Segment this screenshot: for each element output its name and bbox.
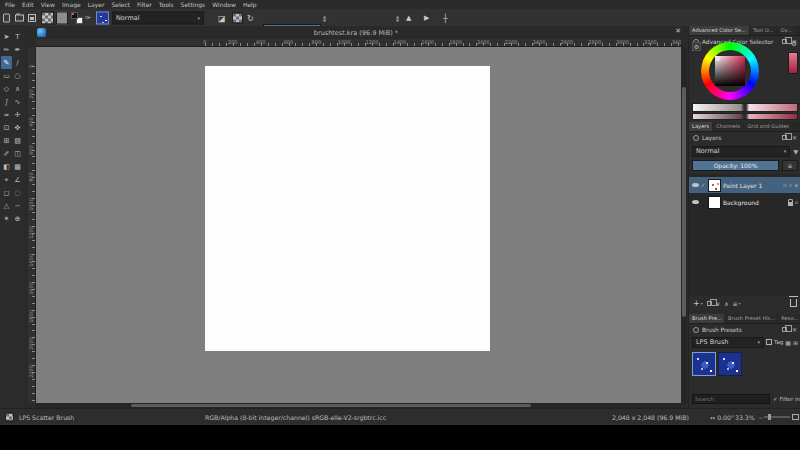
hue-ring[interactable] xyxy=(701,42,759,100)
menu-item[interactable]: Settings xyxy=(181,1,206,8)
dynamic-brush-tool[interactable]: ≈ xyxy=(1,108,12,121)
monitor-icon[interactable] xyxy=(792,414,799,420)
menu-item[interactable]: Tools xyxy=(159,1,174,8)
enclose-fill-tool[interactable]: ▩ xyxy=(12,160,23,173)
polygon-tool[interactable]: ◇ xyxy=(1,82,12,95)
float-docker-icon[interactable] xyxy=(782,327,787,332)
float-docker-icon[interactable] xyxy=(782,135,787,140)
opacity-spinner[interactable]: ▲▼ xyxy=(323,14,326,21)
bezier-curve-tool[interactable]: ∫ xyxy=(1,95,12,108)
menu-item[interactable]: Help xyxy=(243,1,257,8)
close-icon[interactable]: ✕ xyxy=(792,134,797,141)
docker-tab[interactable]: Brush Preset His... xyxy=(725,314,777,323)
filter-funnel-icon[interactable]: ▼ xyxy=(793,148,798,155)
layer-properties-button[interactable]: ≡▾ xyxy=(733,300,741,307)
menu-item[interactable]: Edit xyxy=(22,1,34,8)
subwindow-titlebar[interactable]: brushtest.kra (96.9 MiB) * ✕ xyxy=(24,26,688,39)
close-icon[interactable]: ✕ xyxy=(792,326,797,333)
rectangular-selection-tool[interactable]: ◻ xyxy=(1,186,12,199)
brush-preset-lps-splat[interactable] xyxy=(718,352,742,376)
text-tool[interactable]: T xyxy=(12,30,23,43)
color-shade-strip-2[interactable] xyxy=(692,113,798,120)
calligraphy-tool[interactable]: ✒ xyxy=(12,43,23,56)
move-layer-up-button[interactable]: ∧ xyxy=(724,300,728,307)
docker-tab[interactable]: Tool O... xyxy=(750,26,777,35)
layer-opacity-slider[interactable]: Opacity: 100% xyxy=(692,160,779,171)
zoom-tool[interactable]: ⊕ xyxy=(12,212,23,225)
duplicate-layer-button[interactable] xyxy=(707,301,712,306)
delete-layer-button[interactable] xyxy=(790,299,797,307)
edit-brush-settings-button[interactable]: ✑ xyxy=(85,14,91,22)
select-shapes-tool[interactable]: ➤ xyxy=(1,30,12,43)
float-docker-icon[interactable] xyxy=(782,39,787,44)
canvas[interactable] xyxy=(205,66,490,351)
docker-tab[interactable]: Reso... xyxy=(778,314,800,323)
color-selector-settings-button[interactable]: ⚙ xyxy=(692,42,701,51)
brush-tag-dropdown[interactable]: LPS Brush ▾ xyxy=(692,337,764,348)
visibility-eye-icon[interactable] xyxy=(692,200,699,204)
transform-tool[interactable]: ⊡ xyxy=(1,121,12,134)
size-spinner[interactable]: ▲▼ xyxy=(396,14,399,21)
docker-tab[interactable]: Brush Pre... xyxy=(689,314,724,323)
move-tool[interactable]: ✜ xyxy=(12,121,23,134)
freehand-path-tool[interactable]: ∿ xyxy=(12,95,23,108)
new-document-button[interactable] xyxy=(3,13,10,22)
onion-skin-icon[interactable]: ⊘ xyxy=(783,182,787,188)
menu-item[interactable]: Filter xyxy=(137,1,152,8)
layer-row-paint-layer-1[interactable]: ✓ Paint Layer 1 ⊘ α ◈ xyxy=(689,177,800,193)
foreground-background-colors[interactable] xyxy=(71,12,83,24)
menu-item[interactable]: Layer xyxy=(88,1,105,8)
close-icon[interactable]: ✕ xyxy=(675,27,681,35)
menu-item[interactable]: Select xyxy=(111,1,130,8)
lock-icon[interactable] xyxy=(788,202,793,206)
horizontal-mirror-button[interactable]: ▲ xyxy=(406,14,411,22)
layer-blending-mode-dropdown[interactable]: Normal ▾ xyxy=(692,146,790,157)
search-input[interactable] xyxy=(692,394,770,404)
eraser-mode-button[interactable]: ◪ xyxy=(218,13,226,22)
zoom-slider[interactable] xyxy=(764,416,790,418)
saturation-value-box[interactable] xyxy=(715,56,745,86)
ellipse-tool[interactable]: ○ xyxy=(12,69,23,82)
docker-tab[interactable]: Advanced Color Se... xyxy=(689,26,749,35)
rectangle-tool[interactable]: ▭ xyxy=(1,69,12,82)
canvas-viewport[interactable] xyxy=(36,47,681,403)
color-sampler-tool[interactable]: ✐ xyxy=(1,147,12,160)
zoom-out-icon[interactable]: − xyxy=(758,414,763,421)
zoom-slider-thumb[interactable] xyxy=(768,414,771,420)
wrap-around-button[interactable]: ▶ xyxy=(424,14,429,22)
crop-tool[interactable]: ⊞ xyxy=(1,134,12,147)
menu-item[interactable]: Window xyxy=(212,1,236,8)
preserve-alpha-button[interactable] xyxy=(232,12,243,23)
save-button[interactable] xyxy=(28,14,36,22)
layer-view-menu-button[interactable]: ≡ xyxy=(782,160,798,171)
import-resource-icon[interactable]: ⊞ xyxy=(793,339,798,346)
gear-icon[interactable]: ⚙ xyxy=(791,40,797,48)
color-shade-strip-1[interactable] xyxy=(692,103,798,112)
blending-mode-dropdown[interactable]: Normal ▾ xyxy=(112,11,204,24)
polyline-tool[interactable]: ∧ xyxy=(12,82,23,95)
scrollbar-thumb[interactable] xyxy=(682,87,686,317)
alpha-icon[interactable]: α xyxy=(789,182,792,188)
edit-shapes-tool[interactable]: ✏ xyxy=(1,43,12,56)
open-document-button[interactable] xyxy=(15,14,24,21)
menu-item[interactable]: Image xyxy=(62,1,81,8)
brush-preset-button[interactable] xyxy=(96,11,109,24)
pattern-chooser[interactable] xyxy=(56,11,68,24)
freehand-selection-tool[interactable]: ∽ xyxy=(12,199,23,212)
fill-tool[interactable]: ◧ xyxy=(1,160,12,173)
measure-tool[interactable]: ∠ xyxy=(12,173,23,186)
reload-preset-button[interactable]: ↻ xyxy=(247,13,254,22)
assistants-tool[interactable]: ⌖ xyxy=(1,173,12,186)
inherit-alpha-icon[interactable]: ◈ xyxy=(794,182,798,188)
polygonal-selection-tool[interactable]: △ xyxy=(1,199,12,212)
gradient-chooser[interactable] xyxy=(41,11,54,24)
grid-view-icon[interactable]: ▦ xyxy=(785,339,791,346)
freehand-brush-tool[interactable]: ✎ xyxy=(1,56,12,69)
line-tool[interactable]: ∕ xyxy=(12,56,23,69)
contiguous-selection-tool[interactable]: ✶ xyxy=(1,212,12,225)
pattern-editing-tool[interactable]: ◫ xyxy=(12,147,23,160)
vertical-scrollbar[interactable] xyxy=(681,47,687,403)
brush-presets-header[interactable]: Brush Presets ✕ xyxy=(689,324,800,335)
snap-settings-button[interactable]: ┼ xyxy=(443,13,448,22)
gradient-tool[interactable]: ▨ xyxy=(12,134,23,147)
